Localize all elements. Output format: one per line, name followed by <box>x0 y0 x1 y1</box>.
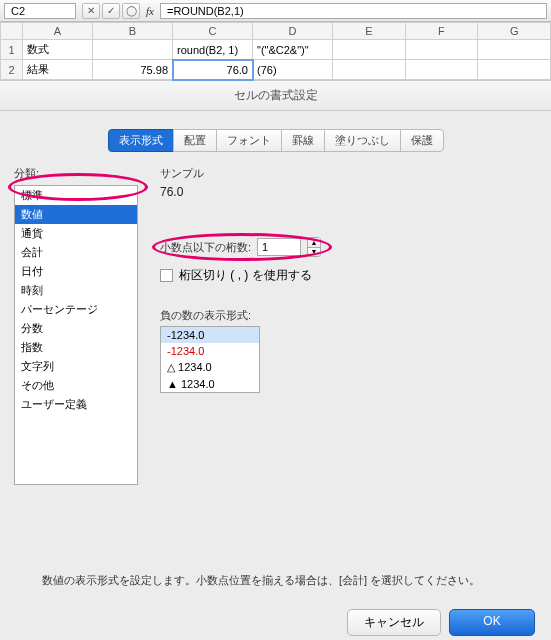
category-standard[interactable]: 標準 <box>15 186 137 205</box>
cell[interactable] <box>405 60 478 80</box>
cell[interactable] <box>93 40 173 60</box>
category-custom[interactable]: ユーザー定義 <box>15 395 137 414</box>
negative-format-option[interactable]: ▲ 1234.0 <box>161 376 259 392</box>
thousands-separator-label: 桁区切り ( , ) を使用する <box>179 267 312 284</box>
category-list[interactable]: 標準 数値 通貨 会計 日付 時刻 パーセンテージ 分数 指数 文字列 その他 … <box>14 185 138 485</box>
col-header[interactable]: B <box>93 23 173 40</box>
category-percentage[interactable]: パーセンテージ <box>15 300 137 319</box>
formula-bar: C2 ✕ ✓ ◯ fx =ROUND(B2,1) <box>0 0 551 22</box>
negative-format-option[interactable]: -1234.0 <box>161 327 259 343</box>
formula-dropdown-icon[interactable]: ◯ <box>122 3 140 19</box>
cell[interactable]: round(B2, 1) <box>173 40 253 60</box>
fx-icon: fx <box>142 5 158 17</box>
table-row[interactable]: 2 結果 75.98 76.0 (76) <box>1 60 551 80</box>
negative-format-option[interactable]: △ 1234.0 <box>161 359 259 376</box>
dialog-body: 表示形式 配置 フォント 罫線 塗りつぶし 保護 分類: 標準 数値 通貨 会計… <box>0 111 551 640</box>
col-header[interactable]: D <box>253 23 333 40</box>
category-accounting[interactable]: 会計 <box>15 243 137 262</box>
category-number[interactable]: 数値 <box>15 205 137 224</box>
category-time[interactable]: 時刻 <box>15 281 137 300</box>
decimal-places-input[interactable]: 1 <box>257 238 301 256</box>
row-header[interactable]: 1 <box>1 40 23 60</box>
cell[interactable] <box>405 40 478 60</box>
tab-fill[interactable]: 塗りつぶし <box>324 129 401 152</box>
selected-cell[interactable]: 76.0 <box>173 60 253 80</box>
col-header[interactable]: F <box>405 23 478 40</box>
cell[interactable] <box>333 60 406 80</box>
cancel-edit-icon[interactable]: ✕ <box>82 3 100 19</box>
cell[interactable]: (76) <box>253 60 333 80</box>
col-header[interactable]: C <box>173 23 253 40</box>
negative-format-list[interactable]: -1234.0 -1234.0 △ 1234.0 ▲ 1234.0 <box>160 326 260 393</box>
category-date[interactable]: 日付 <box>15 262 137 281</box>
button-bar: キャンセル OK <box>347 609 535 636</box>
dialog-title: セルの書式設定 <box>0 81 551 111</box>
col-header[interactable]: G <box>478 23 551 40</box>
tab-format[interactable]: 表示形式 <box>108 129 174 152</box>
decimal-stepper[interactable]: ▲ ▼ <box>307 237 321 257</box>
negative-format-label: 負の数の表示形式: <box>160 308 537 323</box>
category-label: 分類: <box>14 166 138 181</box>
thousands-separator-checkbox[interactable] <box>160 269 173 282</box>
stepper-up-icon[interactable]: ▲ <box>308 238 320 248</box>
ok-button[interactable]: OK <box>449 609 535 636</box>
cell[interactable]: 75.98 <box>93 60 173 80</box>
cell[interactable] <box>478 40 551 60</box>
formula-input[interactable]: =ROUND(B2,1) <box>160 3 547 19</box>
col-header[interactable]: E <box>333 23 406 40</box>
accept-edit-icon[interactable]: ✓ <box>102 3 120 19</box>
col-header[interactable]: A <box>23 23 93 40</box>
tab-border[interactable]: 罫線 <box>281 129 325 152</box>
category-currency[interactable]: 通貨 <box>15 224 137 243</box>
cell[interactable]: 数式 <box>23 40 93 60</box>
spreadsheet-grid[interactable]: A B C D E F G 1 数式 round(B2, 1) "("&C2&"… <box>0 22 551 81</box>
help-text: 数値の表示形式を設定します。小数点位置を揃える場合は、[会計] を選択してくださ… <box>42 573 531 588</box>
cell-reference-box[interactable]: C2 <box>4 3 76 19</box>
sample-value: 76.0 <box>160 185 537 199</box>
cell[interactable] <box>333 40 406 60</box>
row-header[interactable]: 2 <box>1 60 23 80</box>
category-fraction[interactable]: 分数 <box>15 319 137 338</box>
stepper-down-icon[interactable]: ▼ <box>308 248 320 257</box>
sample-label: サンプル <box>160 166 537 181</box>
tab-protect[interactable]: 保護 <box>400 129 444 152</box>
category-other[interactable]: その他 <box>15 376 137 395</box>
cell[interactable]: 結果 <box>23 60 93 80</box>
tab-bar: 表示形式 配置 フォント 罫線 塗りつぶし 保護 <box>14 129 537 152</box>
cancel-button[interactable]: キャンセル <box>347 609 441 636</box>
cell[interactable] <box>478 60 551 80</box>
tab-alignment[interactable]: 配置 <box>173 129 217 152</box>
cell[interactable]: "("&C2&")" <box>253 40 333 60</box>
category-text[interactable]: 文字列 <box>15 357 137 376</box>
negative-format-option[interactable]: -1234.0 <box>161 343 259 359</box>
table-row[interactable]: 1 数式 round(B2, 1) "("&C2&")" <box>1 40 551 60</box>
column-header-row: A B C D E F G <box>1 23 551 40</box>
tab-font[interactable]: フォント <box>216 129 282 152</box>
decimal-places-label: 小数点以下の桁数: <box>160 240 251 255</box>
category-scientific[interactable]: 指数 <box>15 338 137 357</box>
